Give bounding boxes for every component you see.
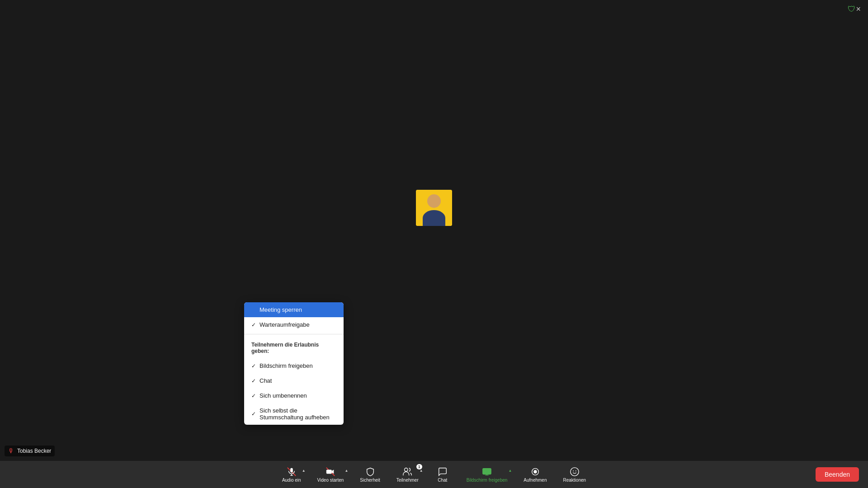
bildschirm-label: Bildschirm freigeben [467,478,508,483]
svg-point-10 [571,467,579,475]
check-icon-bildschirm: ✓ [251,363,256,369]
sicherheit-label: Sicherheit [360,478,380,483]
dropdown-label-stummschaltung: Sich selbst die Stummschaltung aufheben [259,407,336,421]
teilnehmer-button[interactable]: 1 Teilnehmer ▲ [388,465,427,484]
people-icon [402,467,412,477]
avatar-body [423,210,445,226]
toolbar: Audio ein ▲ Video starten ▲ Sicherheit 1… [0,461,868,488]
svg-point-6 [405,468,408,471]
chat-label: Chat [438,478,447,483]
audio-button[interactable]: Audio ein ▲ [274,465,309,484]
top-bar: 🛡 × [0,0,868,18]
check-icon-umbenennen: ✓ [251,393,256,399]
dropdown-label-umbenennen: Sich umbenennen [259,392,307,399]
video-label: Video starten [317,478,344,483]
dropdown-label-meeting-sperren: Meeting sperren [259,306,302,313]
bildschirm-caret: ▲ [508,469,512,473]
reaktionen-label: Reaktionen [563,478,586,483]
mic-off-icon: 🎙 [8,447,14,455]
check-icon-chat: ✓ [251,378,256,384]
reaktionen-button[interactable]: Reaktionen [555,465,594,484]
dropdown-item-umbenennen[interactable]: ✓ Sich umbenennen [244,388,344,403]
video-caret: ▲ [344,469,348,473]
section-header-label: Teilnehmern die Erlaubnis geben: [251,342,336,354]
dropdown-item-warteraumfreigabe[interactable]: ✓ Warteraumfreigabe [244,317,344,332]
security-dropdown: ✓ Meeting sperren ✓ Warteraumfreigabe Te… [244,302,344,425]
sicherheit-shield-icon [365,467,375,477]
video-icon [326,467,335,477]
sicherheit-button[interactable]: Sicherheit [352,465,388,484]
bildschirm-button[interactable]: Bildschirm freigeben ▲ [458,465,516,484]
teilnehmer-caret: ▲ [420,469,423,473]
svg-rect-5 [326,469,332,474]
dropdown-item-bildschirm[interactable]: ✓ Bildschirm freigeben [244,358,344,373]
check-icon-stummschaltung: ✓ [251,411,256,417]
svg-point-9 [533,470,537,473]
svg-point-12 [576,470,576,471]
svg-rect-1 [290,468,293,472]
end-meeting-button[interactable]: Beenden [816,467,859,482]
dropdown-item-chat[interactable]: ✓ Chat [244,373,344,388]
emoji-icon [570,467,580,477]
teilnehmer-label: Teilnehmer [396,478,419,483]
record-icon [530,467,540,477]
close-button[interactable]: × [856,5,861,14]
aufnehmen-button[interactable]: Aufnehmen [515,465,555,484]
video-button[interactable]: Video starten ▲ [309,465,352,484]
dropdown-item-stummschaltung[interactable]: ✓ Sich selbst die Stummschaltung aufhebe… [244,403,344,425]
dropdown-label-warteraumfreigabe: Warteraumfreigabe [259,321,310,328]
avatar-head [427,194,441,208]
dropdown-divider [244,334,344,334]
dropdown-label-chat: Chat [259,377,272,384]
screen-share-icon [482,467,492,477]
chat-icon [438,467,448,477]
participant-avatar [416,190,452,226]
svg-point-11 [573,470,574,471]
audio-label: Audio ein [282,478,301,483]
avatar-image [416,190,452,226]
audio-caret: ▲ [302,469,306,473]
dropdown-label-bildschirm: Bildschirm freigeben [259,362,313,369]
participant-name-label: Tobias Becker [17,448,51,454]
dropdown-section-header: Teilnehmern die Erlaubnis geben: [244,336,344,358]
dropdown-item-meeting-sperren[interactable]: ✓ Meeting sperren [244,302,344,317]
check-icon-warteraumfreigabe: ✓ [251,322,256,328]
main-area [0,0,868,461]
participant-name-bar: 🎙 Tobias Becker [5,446,55,456]
mic-icon [287,467,297,477]
shield-icon: 🛡 [848,5,856,14]
aufnehmen-label: Aufnehmen [524,478,547,483]
chat-button[interactable]: Chat [427,465,458,484]
